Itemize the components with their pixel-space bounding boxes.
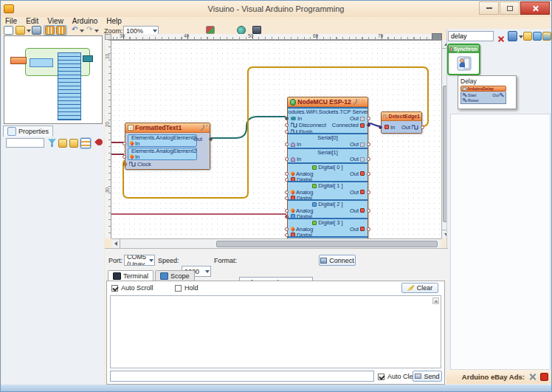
toggle-toolbox-button[interactable] bbox=[45, 26, 55, 35]
pin-in[interactable] bbox=[379, 125, 382, 129]
pin-out[interactable] bbox=[209, 137, 213, 141]
favorite-icon[interactable]: ♡ bbox=[361, 99, 365, 105]
auto-scroll-checkbox[interactable] bbox=[111, 285, 118, 292]
formattedtext1-header[interactable]: - FormattedText1 bbox=[125, 123, 210, 133]
pin-in[interactable] bbox=[285, 117, 289, 120]
palette-item-delay[interactable]: Synchron bbox=[447, 44, 480, 75]
menu-help[interactable]: Help bbox=[106, 17, 122, 26]
led-icon bbox=[312, 202, 317, 207]
hold-option[interactable]: Hold bbox=[175, 284, 199, 292]
pin-analog[interactable] bbox=[285, 209, 289, 213]
properties-search-input[interactable] bbox=[6, 138, 44, 148]
output-scroll-up-button[interactable] bbox=[432, 298, 439, 304]
pin-icon[interactable] bbox=[94, 137, 104, 147]
pin-in[interactable] bbox=[285, 142, 289, 146]
pin-out[interactable] bbox=[367, 157, 370, 161]
search-clear-button[interactable] bbox=[497, 35, 505, 43]
open-project-button[interactable] bbox=[15, 26, 25, 35]
new-project-button[interactable] bbox=[4, 26, 13, 35]
pin-connected[interactable] bbox=[367, 123, 370, 127]
pin-out[interactable] bbox=[367, 142, 370, 146]
clear-button[interactable]: Clear bbox=[401, 283, 438, 293]
undo-button[interactable]: ↶ bbox=[72, 25, 77, 33]
canvas-horizontal-scrollbar[interactable] bbox=[111, 238, 441, 248]
collapse-categories-button[interactable] bbox=[523, 32, 532, 41]
terminal-output[interactable] bbox=[110, 295, 441, 368]
pin-disconnect[interactable] bbox=[285, 123, 289, 127]
wrench-icon[interactable] bbox=[353, 99, 359, 106]
pin-out[interactable] bbox=[367, 227, 370, 231]
auto-clear-checkbox[interactable] bbox=[378, 374, 384, 380]
digital3-section[interactable]: Digital[ 3 ] Analog Out Digital bbox=[288, 218, 368, 236]
redo-button[interactable]: ↷ bbox=[86, 25, 92, 33]
nodemcu-header[interactable]: NodeMCU ESP-12 ♡ bbox=[288, 97, 368, 107]
window-bottom-edge bbox=[1, 385, 551, 392]
maximize-button[interactable] bbox=[500, 1, 520, 15]
open-dropdown-icon[interactable] bbox=[27, 30, 31, 32]
ruler-label: 70 bbox=[378, 33, 383, 38]
pin-out[interactable] bbox=[367, 172, 370, 176]
minimize-button[interactable] bbox=[479, 1, 499, 15]
pin-clock[interactable] bbox=[123, 162, 127, 166]
collapse-icon[interactable]: - bbox=[128, 125, 134, 131]
filter-user-button[interactable] bbox=[508, 31, 517, 41]
refresh-button[interactable] bbox=[206, 26, 215, 34]
block-formattedtext1[interactable]: - FormattedText1 Elements.AnalogElement1… bbox=[125, 123, 210, 170]
tab-scope[interactable]: Scope bbox=[155, 270, 195, 281]
close-button[interactable] bbox=[520, 1, 550, 15]
hscroll-thumb[interactable] bbox=[216, 241, 438, 247]
pin-analog[interactable] bbox=[285, 190, 289, 194]
undo-dropdown-icon[interactable] bbox=[80, 30, 84, 32]
pin-in[interactable] bbox=[285, 157, 289, 161]
collapse-all-button[interactable] bbox=[69, 139, 78, 148]
wrench-icon[interactable] bbox=[200, 125, 207, 131]
digital0-section[interactable]: Digital[ 0 ] Analog Out Digital bbox=[288, 162, 368, 181]
pin-in[interactable] bbox=[123, 155, 126, 159]
redo-dropdown-icon[interactable] bbox=[94, 30, 99, 32]
component-search-input[interactable] bbox=[448, 31, 494, 41]
port-select[interactable]: COM5 (Unav bbox=[124, 255, 155, 266]
pin-out[interactable] bbox=[367, 190, 370, 194]
send-button[interactable]: Send bbox=[413, 371, 442, 382]
serial1-section[interactable]: Serial[1] In Out bbox=[288, 148, 368, 162]
minimap-navigator[interactable] bbox=[4, 35, 103, 124]
block-nodemcu[interactable]: NodeMCU ESP-12 ♡ Modules.WiFi.Sockets.TC… bbox=[287, 97, 368, 241]
expand-all-button[interactable] bbox=[58, 139, 67, 148]
hold-checkbox[interactable] bbox=[175, 285, 182, 292]
send-label: Send bbox=[424, 373, 439, 380]
pin-out[interactable] bbox=[421, 125, 424, 129]
analog-element-1[interactable]: Elements.AnalogElement1 In bbox=[128, 134, 197, 147]
block-detectedge1[interactable]: DetectEdge1 In Out bbox=[381, 111, 422, 134]
pin-in[interactable] bbox=[123, 142, 126, 145]
menu-file[interactable]: File bbox=[5, 17, 17, 26]
view-list-button[interactable] bbox=[80, 138, 91, 148]
scroll-left-button[interactable] bbox=[111, 239, 120, 248]
detectedge1-header[interactable]: DetectEdge1 bbox=[382, 112, 421, 121]
pin-out[interactable] bbox=[367, 209, 370, 213]
menu-edit[interactable]: Edit bbox=[26, 17, 38, 26]
pin-analog[interactable] bbox=[285, 172, 289, 176]
properties-tab[interactable]: Properties bbox=[3, 125, 53, 137]
ad-tools-icon[interactable] bbox=[528, 373, 537, 381]
toggle-grid-button[interactable] bbox=[56, 26, 66, 35]
analog-element-2[interactable]: Elements.AnalogElement2 In bbox=[128, 148, 197, 160]
upload-button[interactable] bbox=[252, 26, 261, 34]
auto-scroll-option[interactable]: Auto Scroll bbox=[111, 284, 153, 292]
pin-out-label: Out bbox=[350, 115, 359, 122]
mini-pin-reset: Reset bbox=[468, 98, 478, 103]
digital2-section[interactable]: Digital[ 2 ] Analog Out Digital bbox=[288, 199, 368, 218]
tab-terminal[interactable]: Terminal bbox=[108, 270, 153, 281]
pin-out[interactable] bbox=[367, 117, 370, 120]
expand-categories-button[interactable] bbox=[533, 32, 542, 41]
connect-button[interactable]: Connect bbox=[319, 255, 356, 266]
tcp-server-section[interactable]: Modules.WiFi.Sockets.TCP Server1 In Out … bbox=[288, 107, 368, 133]
serial-icon bbox=[291, 142, 295, 147]
ad-stop-icon[interactable] bbox=[540, 373, 548, 381]
filter-funnel-icon[interactable] bbox=[48, 139, 56, 147]
serial0-section[interactable]: Serial[0] In Out bbox=[288, 133, 368, 148]
arrange-categories-button[interactable] bbox=[542, 32, 551, 41]
save-project-button[interactable] bbox=[32, 26, 41, 35]
digital1-section[interactable]: Digital[ 1 ] Analog Out Digital bbox=[288, 181, 368, 199]
pin-analog[interactable] bbox=[285, 227, 289, 231]
send-input[interactable] bbox=[110, 371, 374, 382]
